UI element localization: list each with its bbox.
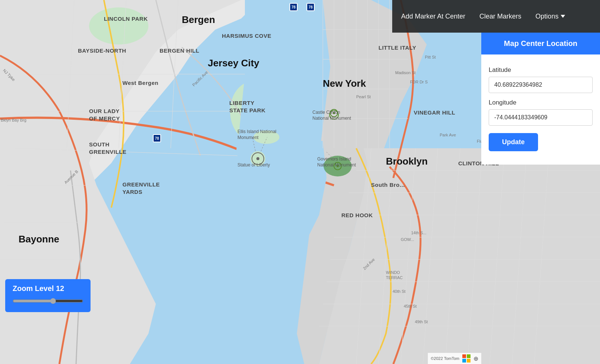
longitude-input[interactable] xyxy=(489,109,593,126)
latitude-input[interactable] xyxy=(489,77,593,93)
chevron-down-icon xyxy=(561,15,565,18)
add-marker-button[interactable]: Add Marker At Center xyxy=(400,10,467,23)
map-center-header: Map Center Location xyxy=(481,33,600,54)
shield-78-3: 78 xyxy=(153,134,161,142)
longitude-label: Longitude xyxy=(489,99,593,106)
panel-body: Latitude Longitude Update xyxy=(481,54,600,157)
svg-rect-62 xyxy=(467,359,471,363)
zoom-box: Zoom Level 12 xyxy=(5,279,91,312)
zoom-slider[interactable] xyxy=(13,298,83,304)
shield-78-2: 78 xyxy=(306,3,315,11)
shield-78-1: 78 xyxy=(289,3,298,11)
update-button[interactable]: Update xyxy=(489,133,538,151)
microsoft-logo xyxy=(462,354,471,363)
svg-point-53 xyxy=(337,165,339,167)
svg-rect-60 xyxy=(467,354,471,358)
svg-rect-59 xyxy=(462,354,466,358)
copyright-text: ©2022 TomTom xyxy=(431,356,459,361)
latitude-label: Latitude xyxy=(489,66,593,74)
clear-markers-button[interactable]: Clear Markers xyxy=(478,10,523,23)
svg-point-55 xyxy=(333,112,335,114)
right-panel: Map Center Location Latitude Longitude U… xyxy=(481,33,600,165)
zoom-label: Zoom Level 12 xyxy=(13,284,83,293)
svg-rect-61 xyxy=(462,359,466,363)
toolbar: Add Marker At Center Clear Markers Optio… xyxy=(392,0,600,33)
options-button[interactable]: Options xyxy=(534,10,567,23)
svg-point-10 xyxy=(253,130,279,144)
map-settings-icon[interactable]: ⊕ xyxy=(473,355,478,362)
svg-point-51 xyxy=(256,157,259,160)
svg-point-3 xyxy=(89,7,148,44)
copyright-bar: ©2022 TomTom ⊕ xyxy=(428,353,481,364)
